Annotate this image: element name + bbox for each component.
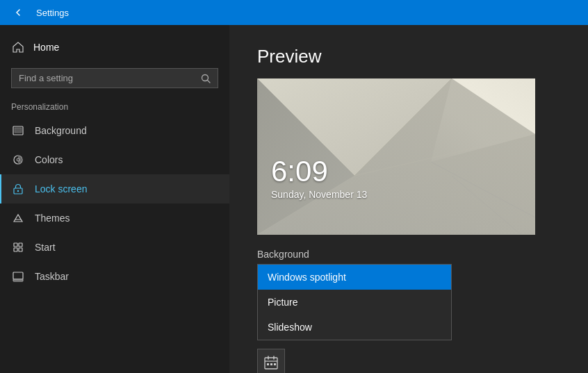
clock-time: 6:09 [271,157,367,186]
sidebar-item-taskbar[interactable]: Taskbar [0,262,229,291]
sidebar-item-home[interactable]: Home [0,32,229,63]
sidebar-item-colors[interactable]: Colors [0,145,229,174]
sidebar-item-start[interactable]: Start [0,233,229,262]
home-icon [11,40,25,54]
sidebar-item-lock-screen[interactable]: Lock screen [0,174,229,204]
main-layout: Home Personalization Background [0,25,588,373]
search-box[interactable] [11,68,218,88]
lock-screen-preview: 6:09 Sunday, November 13 [257,78,535,235]
svg-rect-8 [14,243,17,247]
title-bar: Settings [0,0,588,25]
sidebar-item-themes[interactable]: Themes [0,204,229,233]
calendar-button[interactable] [257,349,285,373]
background-icon [11,124,25,138]
background-label: Background [257,249,560,260]
home-label: Home [33,42,59,53]
preview-title: Preview [257,46,560,67]
svg-rect-11 [19,248,22,251]
dropdown-item-picture[interactable]: Picture [258,290,451,315]
svg-line-1 [208,80,211,83]
svg-rect-10 [14,248,17,251]
svg-rect-28 [267,363,269,365]
svg-rect-9 [19,243,22,247]
svg-rect-12 [13,272,23,279]
background-section: Background Windows spotlight Picture Sli… [257,249,560,373]
section-label: Personalization [0,97,229,116]
svg-point-5 [17,158,19,161]
dropdown-item-slideshow[interactable]: Slideshow [258,315,451,340]
taskbar-icon [11,270,25,283]
sidebar: Home Personalization Background [0,25,229,373]
sidebar-item-background[interactable]: Background [0,116,229,145]
clock-display: 6:09 Sunday, November 13 [271,157,367,200]
calendar-icon [263,355,279,370]
lock-screen-icon [11,182,25,196]
svg-rect-30 [274,363,276,365]
colors-icon [11,153,25,167]
svg-rect-29 [270,363,272,365]
title-bar-title: Settings [36,8,69,18]
back-button[interactable] [8,3,28,22]
clock-date: Sunday, November 13 [271,189,367,200]
svg-rect-13 [13,279,23,281]
search-icon [201,74,211,83]
content-area: Preview [229,25,588,373]
start-icon [11,240,25,254]
preview-background: 6:09 Sunday, November 13 [257,78,535,235]
svg-rect-3 [15,128,22,133]
search-input[interactable] [19,73,197,83]
dropdown-item-windows-spotlight[interactable]: Windows spotlight [258,265,451,290]
themes-icon [11,211,25,225]
search-container [0,63,229,97]
svg-point-7 [17,190,19,192]
background-dropdown[interactable]: Windows spotlight Picture Slideshow [257,264,452,340]
